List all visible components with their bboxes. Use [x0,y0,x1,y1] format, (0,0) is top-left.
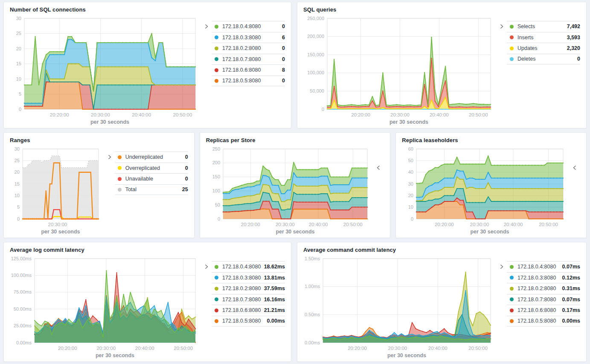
svg-text:15: 15 [16,61,21,66]
legend-row[interactable]: Deletes0 [507,54,580,65]
legend-row[interactable]: 172.18.0.5:80800 [212,76,285,87]
replica-leaseholders-chart[interactable]: 010203040506020:20:0020:30:0020:40:0020:… [402,145,569,236]
series-value: 21.21ms [264,307,285,313]
log-commit-latency-chart[interactable]: 0.00ms25.00ms50.00ms75.00ms100.00ms125.0… [10,254,201,360]
sql-connections-chart[interactable]: 05101520253020:20:0020:30:0020:40:0020:5… [10,14,201,126]
legend-row[interactable]: 172.18.0.4:80800.07ms [507,261,580,272]
series-color-dot [215,25,218,29]
svg-text:0: 0 [218,216,220,221]
svg-text:20:50:00: 20:50:00 [539,222,558,227]
legend-row[interactable]: 172.18.0.3:80800.12ms [507,272,580,283]
chart-canvas[interactable]: 050,000100,000150,000200,000250,00020:20… [303,14,497,126]
legend-row[interactable]: Total25 [115,184,188,195]
chart-canvas[interactable]: 0.00ms25.00ms50.00ms75.00ms100.00ms125.0… [10,254,201,360]
legend-row[interactable]: Inserts3,593 [507,32,580,43]
legend-collapse-chevron[interactable] [497,21,507,29]
chart-canvas[interactable]: 0.00ms0.50ms1.00ms1.50ms20:20:0020:30:00… [303,254,497,360]
legend-row[interactable]: Updates2,320 [507,43,580,54]
series-value: 18.62ms [264,264,285,270]
svg-text:10: 10 [15,193,20,198]
series-color-dot [118,155,122,159]
legend-row[interactable]: 172.18.0.7:80800 [212,54,285,65]
legend-table: 172.18.0.4:80800172.18.0.3:80806172.18.0… [212,21,285,86]
chevron-right-icon [204,24,209,29]
chart-canvas[interactable]: 010203040506020:20:0020:30:0020:40:0020:… [402,145,569,236]
series-color-dot [510,319,514,323]
legend-row[interactable]: 172.18.0.6:808021.21ms [212,305,285,316]
replicas-legend-expand[interactable] [373,145,384,236]
svg-text:0: 0 [322,107,324,112]
chart-canvas[interactable]: 05010015020025020:20:0020:30:0020:40:002… [206,145,373,236]
legend-row[interactable]: 172.18.0.5:80800.00ms [212,316,285,327]
series-value: 3,593 [567,35,580,41]
svg-text:20:50:00: 20:50:00 [468,346,488,351]
legend-row[interactable]: 172.18.0.3:808013.81ms [212,272,285,283]
dashboard-row-3: Average log commit latency 0.00ms25.00ms… [3,242,587,362]
svg-text:20:30:00: 20:30:00 [470,222,489,227]
dashboard: Number of SQL connections 05101520253020… [0,0,590,364]
svg-text:100,000: 100,000 [307,70,324,75]
chart-canvas[interactable]: 05101520253020:30:00per 30 seconds [10,145,105,236]
legend-row[interactable]: Unavailable0 [115,173,188,184]
series-color-dot [215,265,218,269]
svg-text:15: 15 [15,181,20,186]
ranges-chart[interactable]: 05101520253020:30:00per 30 seconds [10,145,105,236]
svg-text:20:30:00: 20:30:00 [276,222,295,227]
svg-text:25: 25 [15,158,20,163]
legend-row[interactable]: 172.18.0.4:80800 [212,21,285,32]
command-commit-latency-chart[interactable]: 0.00ms0.50ms1.00ms1.50ms20:20:0020:30:00… [303,254,497,360]
legend-table: Underreplicated0Overreplicated0Unavailab… [115,151,188,195]
legend-row[interactable]: 172.18.0.7:808016.16ms [212,294,285,305]
legend-row[interactable]: 172.18.0.6:80800.17ms [507,305,580,316]
legend-row[interactable]: 172.18.0.6:80808 [212,64,285,76]
svg-text:20:20:00: 20:20:00 [351,112,370,117]
legend-row[interactable]: 172.18.0.2:808037.59ms [212,283,285,294]
series-label: 172.18.0.6:8080 [222,67,282,73]
svg-text:60: 60 [408,146,413,151]
legend-row[interactable]: 172.18.0.4:808018.62ms [212,261,285,272]
leaseholders-legend-expand[interactable] [569,145,580,236]
series-label: 172.18.0.5:8080 [222,78,282,84]
series-color-dot [215,47,218,50]
chevron-right-icon [499,24,504,29]
svg-text:20: 20 [16,46,21,51]
panel-replicas-per-store: Replicas per Store 05010015020025020:20:… [200,132,391,238]
legend-row[interactable]: Selects7,492 [507,21,580,32]
chevron-right-icon [204,264,209,269]
series-color-dot [510,47,514,50]
legend-collapse-chevron[interactable] [201,261,212,269]
series-color-dot [215,319,218,323]
legend-row[interactable]: 172.18.0.2:80800 [212,43,285,54]
svg-text:20:50:00: 20:50:00 [469,112,488,117]
legend-row[interactable]: Overreplicated0 [115,163,188,174]
legend-row[interactable]: 172.18.0.7:80800.07ms [507,294,580,305]
legend-row[interactable]: 172.18.0.5:80800.00ms [507,316,580,327]
svg-text:20:40:00: 20:40:00 [308,222,328,227]
legend-row[interactable]: Underreplicated0 [115,151,188,163]
series-color-dot [510,35,514,39]
panel-replica-leaseholders: Replica leaseholders 010203040506020:20:… [395,132,587,238]
legend-collapse-chevron[interactable] [105,151,115,160]
chart-canvas[interactable]: 05101520253020:20:0020:30:0020:40:0020:5… [10,14,201,126]
legend-collapse-chevron[interactable] [497,261,507,269]
legend-table: 172.18.0.4:808018.62ms172.18.0.3:808013.… [212,261,285,326]
svg-text:20:30:00: 20:30:00 [91,112,110,117]
svg-text:20:30:00: 20:30:00 [48,222,67,227]
series-value: 8 [282,67,285,73]
series-label: 172.18.0.6:8080 [222,307,264,313]
svg-text:20:20:00: 20:20:00 [50,112,69,117]
series-value: 37.59ms [264,285,285,291]
ranges-legend: Underreplicated0Overreplicated0Unavailab… [105,145,188,236]
svg-text:20:20:00: 20:20:00 [58,346,77,351]
sql-queries-chart[interactable]: 050,000100,000150,000200,000250,00020:20… [303,14,497,126]
svg-text:per 30 seconds: per 30 seconds [41,229,80,235]
svg-text:5: 5 [17,204,20,210]
legend-collapse-chevron[interactable] [201,21,212,29]
replicas-per-store-chart[interactable]: 05010015020025020:20:0020:30:0020:40:002… [206,145,373,236]
series-color-dot [510,276,514,280]
legend-row[interactable]: 172.18.0.3:80806 [212,32,285,43]
svg-text:0.00ms: 0.00ms [305,340,320,345]
legend-row[interactable]: 172.18.0.2:80800.31ms [507,283,580,294]
svg-text:50.00ms: 50.00ms [14,306,32,312]
series-label: 172.18.0.4:8080 [222,23,282,29]
